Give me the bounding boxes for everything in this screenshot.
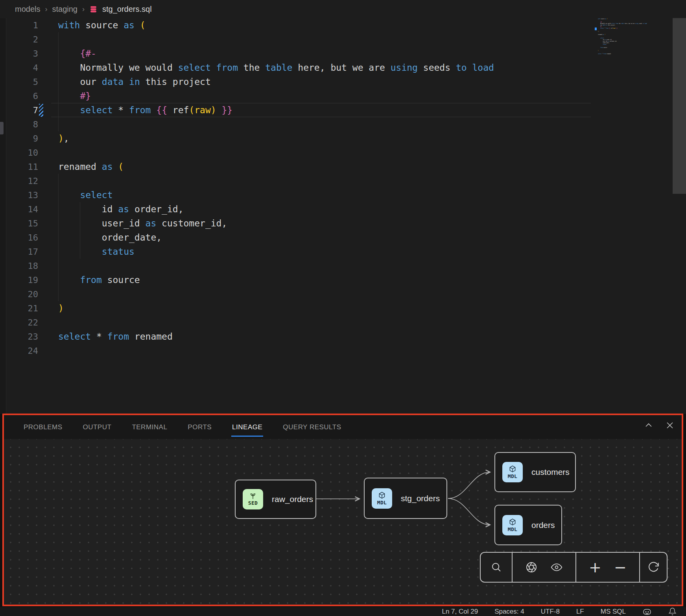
code-line: 10 (0, 145, 669, 160)
code-line: 17 status (0, 245, 669, 259)
status-bar: Ln 7, Col 29 Spaces: 4 UTF-8 LF MS SQL (0, 607, 686, 616)
lineage-node-customers[interactable]: MDL customers (494, 452, 576, 492)
code-line: 11renamed as ( (0, 160, 669, 174)
refresh-icon[interactable] (647, 561, 660, 574)
tab-ports[interactable]: PORTS (187, 418, 212, 437)
code-line: 16 order_date, (0, 230, 669, 245)
eye-icon[interactable] (550, 561, 563, 574)
tab-output[interactable]: OUTPUT (82, 418, 112, 437)
code-line: 23select * from renamed (0, 329, 669, 344)
zoom-in-icon[interactable]: + (589, 560, 601, 575)
seed-badge: SED (243, 489, 263, 509)
bottom-panel-annotated: PROBLEMS OUTPUT TERMINAL PORTS LINEAGE Q… (2, 414, 683, 606)
chevron-up-icon[interactable] (644, 421, 653, 430)
lineage-node-orders[interactable]: MDL orders (494, 505, 562, 545)
indentation-setting[interactable]: Spaces: 4 (494, 608, 524, 616)
encoding-setting[interactable]: UTF-8 (541, 608, 560, 616)
tab-terminal[interactable]: TERMINAL (131, 418, 168, 437)
code-line: 24 (0, 344, 669, 358)
code-line: 9), (0, 131, 669, 145)
code-line (598, 55, 660, 56)
cube-icon (509, 465, 516, 473)
code-line: 3 {#- (0, 46, 669, 61)
minimap[interactable]: with source as ( {#- Normally we would s… (598, 18, 671, 65)
model-badge: MDL (372, 488, 392, 509)
code-line: 21) (0, 301, 669, 315)
breadcrumb-models[interactable]: models (15, 5, 40, 14)
zoom-out-icon[interactable]: − (614, 560, 627, 575)
editor-scrollbar[interactable] (673, 18, 686, 194)
database-icon (89, 5, 98, 13)
cube-icon (509, 518, 516, 526)
model-badge: MDL (502, 515, 523, 535)
code-line: 2 (0, 32, 669, 46)
language-mode[interactable]: MS SQL (601, 608, 626, 616)
copilot-icon[interactable] (642, 607, 652, 616)
code-area[interactable]: 1with source as (23 {#-4 Normally we wou… (0, 18, 669, 358)
code-line: 19 from source (0, 273, 669, 287)
tab-lineage[interactable]: LINEAGE (231, 418, 263, 437)
sprout-icon (249, 493, 257, 500)
eol-setting[interactable]: LF (576, 608, 584, 616)
close-icon[interactable] (665, 421, 675, 430)
breadcrumb-staging[interactable]: staging (52, 5, 77, 14)
lineage-node-stg-orders[interactable]: MDL stg_orders (364, 478, 447, 519)
code-line: 7 select * from {{ ref(raw) }} (0, 103, 669, 117)
cursor-position[interactable]: Ln 7, Col 29 (442, 608, 478, 616)
panel-tab-bar: PROBLEMS OUTPUT TERMINAL PORTS LINEAGE Q… (4, 415, 682, 439)
code-line: 15 user_id as customer_id, (0, 216, 669, 230)
panel-actions (644, 421, 675, 430)
chevron-right-icon: › (82, 5, 85, 13)
code-line: 5 our data in this project (0, 75, 669, 89)
tab-query-results[interactable]: QUERY RESULTS (282, 418, 342, 437)
minimap-modified-marker (595, 28, 597, 30)
lineage-toolbar: + − (480, 552, 668, 583)
search-icon[interactable] (491, 561, 502, 573)
code-line: 22 (0, 315, 669, 329)
aperture-icon[interactable] (525, 561, 538, 574)
tab-problems[interactable]: PROBLEMS (23, 418, 63, 437)
node-label: stg_orders (401, 494, 440, 503)
code-line: 4 Normally we would select from the tabl… (0, 61, 669, 75)
code-line: 12 (0, 174, 669, 188)
lineage-node-raw-orders[interactable]: SED raw_orders (235, 480, 316, 519)
node-label: orders (531, 520, 555, 530)
bell-icon[interactable] (668, 607, 677, 616)
breadcrumb: models › staging › stg_orders.sql (15, 0, 152, 18)
code-line: 8 (0, 117, 669, 131)
editor-region: models › staging › stg_orders.sql 1with … (0, 0, 686, 414)
code-line: 6 #} (0, 89, 669, 103)
chevron-right-icon: › (45, 5, 47, 13)
code-line: 18 (0, 259, 669, 273)
code-line: 20 (0, 287, 669, 301)
code-line: 13 select (0, 188, 669, 202)
code-line: 1with source as ( (0, 18, 669, 32)
node-label: customers (531, 467, 570, 477)
model-badge: MDL (502, 462, 523, 482)
node-label: raw_orders (272, 495, 313, 504)
lineage-canvas[interactable]: SED raw_orders MDL stg_orders MDL (4, 439, 682, 605)
code-line: 14 id as order_id, (0, 202, 669, 216)
cube-icon (378, 491, 386, 499)
breadcrumb-filename[interactable]: stg_orders.sql (102, 5, 152, 14)
